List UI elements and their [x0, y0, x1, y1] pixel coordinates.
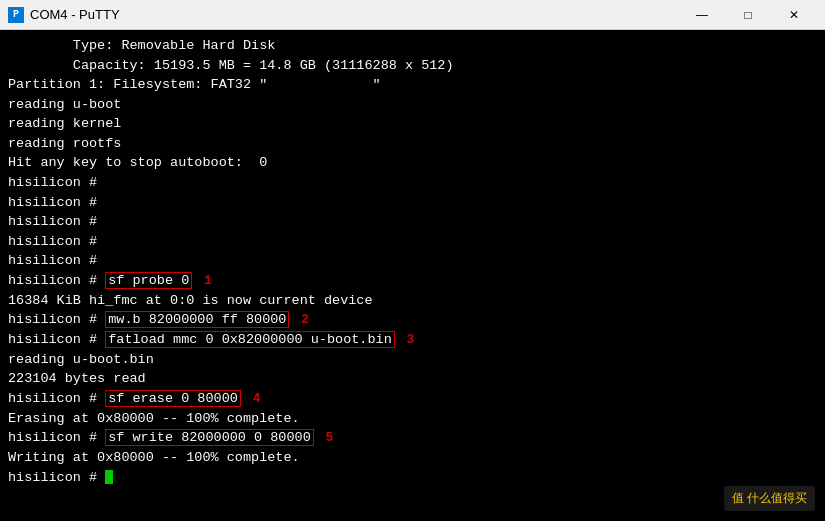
terminal-line: hisilicon # sf erase 0 80000 4 — [8, 389, 817, 409]
command-19: sf erase 0 80000 — [105, 390, 241, 407]
minimize-button[interactable]: — — [679, 0, 725, 30]
maximize-button[interactable]: □ — [725, 0, 771, 30]
terminal-line: 223104 bytes read — [8, 369, 817, 389]
terminal-line: hisilicon # — [8, 193, 817, 213]
command-15: fatload mmc 0 0x82000000 u-boot.bin — [105, 331, 395, 348]
step-number-3: 3 — [399, 331, 415, 350]
terminal-line: reading u-boot.bin — [8, 350, 817, 370]
command-14: mw.b 82000000 ff 80000 — [105, 311, 289, 328]
terminal-cursor — [105, 470, 113, 484]
window-controls: — □ ✕ — [679, 0, 817, 30]
step-number-1: 1 — [196, 272, 212, 291]
terminal-line: hisilicon # — [8, 173, 817, 193]
step-number-4: 4 — [245, 390, 261, 409]
terminal-line: hisilicon # sf write 82000000 0 80000 5 — [8, 428, 817, 448]
app-icon: P — [8, 7, 24, 23]
terminal-line: Writing at 0x80000 -- 100% complete. — [8, 448, 817, 468]
terminal-line: Type: Removable Hard Disk — [8, 36, 817, 56]
terminal-line: reading kernel — [8, 114, 817, 134]
terminal-line: Partition 1: Filesystem: FAT32 " " — [8, 75, 817, 95]
terminal-line: Capacity: 15193.5 MB = 14.8 GB (31116288… — [8, 56, 817, 76]
terminal-area[interactable]: Type: Removable Hard Disk Capacity: 1519… — [0, 30, 825, 521]
terminal-line: hisilicon # — [8, 232, 817, 252]
step-number-2: 2 — [293, 311, 309, 330]
terminal-line: reading u-boot — [8, 95, 817, 115]
terminal-line: hisilicon # fatload mmc 0 0x82000000 u-b… — [8, 330, 817, 350]
terminal-line: hisilicon # mw.b 82000000 ff 80000 2 — [8, 310, 817, 330]
window-title: COM4 - PuTTY — [30, 7, 120, 22]
close-button[interactable]: ✕ — [771, 0, 817, 30]
terminal-line: hisilicon # — [8, 251, 817, 271]
titlebar: P COM4 - PuTTY — □ ✕ — [0, 0, 825, 30]
terminal-line: 16384 KiB hi_fmc at 0:0 is now current d… — [8, 291, 817, 311]
terminal-line: hisilicon # — [8, 468, 817, 488]
command-21: sf write 82000000 0 80000 — [105, 429, 314, 446]
terminal-line: Hit any key to stop autoboot: 0 — [8, 153, 817, 173]
terminal-line: hisilicon # sf probe 0 1 — [8, 271, 817, 291]
terminal-line: hisilicon # — [8, 212, 817, 232]
terminal-line: reading rootfs — [8, 134, 817, 154]
terminal-line: Erasing at 0x80000 -- 100% complete. — [8, 409, 817, 429]
watermark: 值 什么值得买 — [724, 486, 815, 511]
step-number-5: 5 — [318, 429, 334, 448]
command-12: sf probe 0 — [105, 272, 192, 289]
